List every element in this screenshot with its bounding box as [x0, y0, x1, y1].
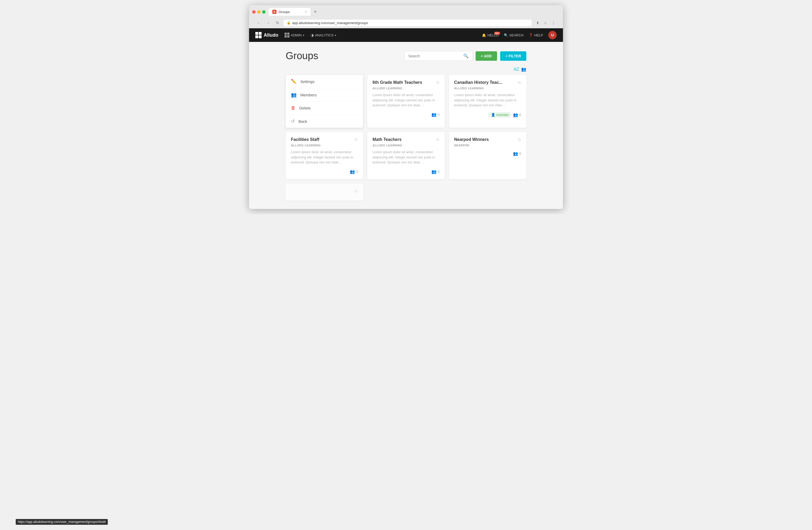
member-count: 👥 6	[513, 112, 521, 117]
help-button[interactable]: ❓ HELP	[529, 33, 543, 37]
menu-item-settings[interactable]: ✏️ Settings	[286, 75, 363, 88]
notification-badge: 10+	[494, 32, 500, 35]
card-title: Facilities Staff	[291, 137, 352, 142]
settings-icon: ✏️	[291, 79, 296, 84]
members-count-icon: 👥	[513, 112, 518, 117]
tab-bar: A Groups × +	[269, 8, 319, 16]
group-card-6th-grade[interactable]: 6th Grade Math Teachers ↻ ALLUDO LEARNIN…	[367, 75, 445, 128]
card-org: ALLUDO LEARNING	[454, 87, 521, 90]
notifications-button[interactable]: 🔔 10+ HELLO	[482, 33, 498, 37]
admin-nav-item[interactable]: ADMIN ▾	[285, 32, 304, 39]
count-value: 0	[438, 170, 439, 173]
page-title: Groups	[286, 50, 318, 61]
address-bar[interactable]: 🔒 app.alludolearning.com/user_management…	[284, 20, 532, 26]
card-org: ALLUDO LEARNING	[373, 144, 439, 147]
search-input[interactable]	[408, 54, 461, 58]
active-tab[interactable]: A Groups ×	[269, 8, 310, 16]
traffic-lights	[252, 10, 265, 14]
card-title: Math Teachers	[373, 137, 434, 142]
card-footer: 👤 member 👥 6	[454, 112, 521, 117]
az-sort-icon[interactable]: AZ	[514, 67, 519, 72]
card-org: NEARPOD	[454, 144, 521, 147]
card-header: 6th Grade Math Teachers ↻	[373, 80, 439, 85]
group-card-canadian-history[interactable]: Canadian History Teac... ↻ ALLUDO LEARNI…	[449, 75, 526, 128]
sync-icon[interactable]: ↻	[354, 137, 358, 142]
add-button[interactable]: + ADD	[476, 51, 497, 61]
member-count: 👥 0	[431, 169, 439, 174]
card-footer: 👥 0	[373, 112, 439, 117]
main-content: Groups 🔍 + ADD ≡ FILTER AZ 👥 ✏️ Settings	[249, 42, 563, 209]
card-header: Nearpod Winners ↻	[454, 137, 521, 142]
card-org: ALLUDO LEARNING	[373, 87, 439, 90]
bell-icon: 🔔	[482, 33, 486, 37]
context-menu-card: ✏️ Settings 👥 Members 🗑 Delete ↺ Back	[286, 75, 363, 128]
search-nav-icon: 🔍	[504, 33, 508, 37]
search-box[interactable]: 🔍	[404, 51, 473, 61]
delete-icon: 🗑	[291, 105, 295, 111]
browser-window: A Groups × + ← → ↻ 🔒 app.alludolearning.…	[249, 5, 563, 209]
partial-card-row: ↻	[286, 184, 526, 200]
brand-logo[interactable]: Alludo	[255, 32, 278, 38]
minimize-traffic-light[interactable]	[257, 10, 261, 14]
card-header: Canadian History Teac... ↻	[454, 80, 521, 85]
group-card-math-teachers[interactable]: Math Teachers ↻ ALLUDO LEARNING Lorem ip…	[367, 132, 445, 179]
menu-item-back[interactable]: ↺ Back	[286, 115, 363, 128]
menu-item-members[interactable]: 👥 Members	[286, 88, 363, 102]
more-options-icon[interactable]: ⋮	[550, 19, 557, 26]
user-avatar[interactable]: U	[548, 31, 557, 39]
tab-title: Groups	[279, 10, 290, 14]
groups-grid: ✏️ Settings 👥 Members 🗑 Delete ↺ Back	[286, 75, 526, 179]
brand-name: Alludo	[264, 32, 278, 38]
search-nav-button[interactable]: 🔍 SEARCH	[504, 33, 523, 37]
help-label: HELP	[534, 33, 543, 37]
maximize-traffic-light[interactable]	[262, 10, 265, 14]
member-count: 👥 0	[431, 112, 439, 117]
sync-icon[interactable]: ↻	[436, 137, 439, 142]
card-desc: Lorem ipsum dolor sit amet, consectetur …	[373, 150, 439, 165]
brand-icon-sq-2	[259, 32, 262, 35]
sync-icon[interactable]: ↻	[355, 189, 358, 194]
navbar-left: Alludo ADMIN ▾ ◑ ANALYT	[255, 32, 336, 39]
group-card-facilities-staff[interactable]: Facilities Staff ↻ ALLUDO LEARNING Lorem…	[286, 132, 363, 179]
filter-button[interactable]: ≡ FILTER	[500, 51, 526, 61]
card-org: ALLUDO LEARNING	[291, 144, 358, 147]
browser-titlebar: A Groups × + ← → ↻ 🔒 app.alludolearning.…	[249, 5, 563, 28]
sync-icon[interactable]: ↻	[436, 80, 439, 85]
menu-item-delete[interactable]: 🗑 Delete	[286, 102, 363, 115]
sync-icon[interactable]: ↻	[518, 137, 521, 142]
members-count-icon: 👥	[513, 151, 518, 156]
navbar-right: 🔔 10+ HELLO 🔍 SEARCH ❓ HELP U	[482, 31, 557, 39]
members-count-icon: 👥	[350, 169, 355, 174]
refresh-button[interactable]: ↻	[274, 19, 281, 26]
card-header: ↻	[291, 189, 358, 194]
admin-label: ADMIN	[291, 33, 302, 37]
sort-bar: AZ 👥	[286, 67, 526, 72]
help-icon: ❓	[529, 33, 533, 37]
menu-back-label: Back	[299, 119, 307, 124]
back-button[interactable]: ←	[255, 19, 262, 26]
card-title: 6th Grade Math Teachers	[373, 80, 434, 85]
card-desc: Lorem ipsum dolor sit amet, consectetur …	[373, 93, 439, 108]
browser-actions: ⬆ ☆ ⋮	[534, 19, 557, 26]
group-card-partial[interactable]: ↻	[286, 184, 363, 200]
forward-button[interactable]: →	[265, 19, 272, 26]
members-count-icon: 👥	[431, 169, 437, 174]
lock-icon: 🔒	[287, 21, 291, 25]
close-traffic-light[interactable]	[252, 10, 256, 14]
tab-close-icon[interactable]: ×	[305, 10, 307, 14]
address-bar-container: ← → ↻ 🔒 app.alludolearning.com/user_mana…	[252, 18, 560, 28]
share-icon[interactable]: ⬆	[534, 19, 541, 26]
count-value: 6	[519, 113, 521, 117]
tab-favicon: A	[272, 10, 276, 14]
analytics-nav-item[interactable]: ◑ ANALYTICS ▾	[310, 32, 336, 38]
brand-icon	[255, 32, 262, 38]
card-header: Facilities Staff ↻	[291, 137, 358, 142]
menu-settings-label: Settings	[300, 79, 315, 84]
new-tab-button[interactable]: +	[311, 8, 319, 15]
sync-icon[interactable]: ↻	[518, 80, 521, 85]
card-footer: 👥 0	[373, 169, 439, 174]
group-card-nearpod-winners[interactable]: Nearpod Winners ↻ NEARPOD 👥 0	[449, 132, 526, 179]
count-value: 0	[519, 152, 521, 155]
bookmark-icon[interactable]: ☆	[542, 19, 549, 26]
group-view-icon[interactable]: 👥	[521, 67, 526, 72]
